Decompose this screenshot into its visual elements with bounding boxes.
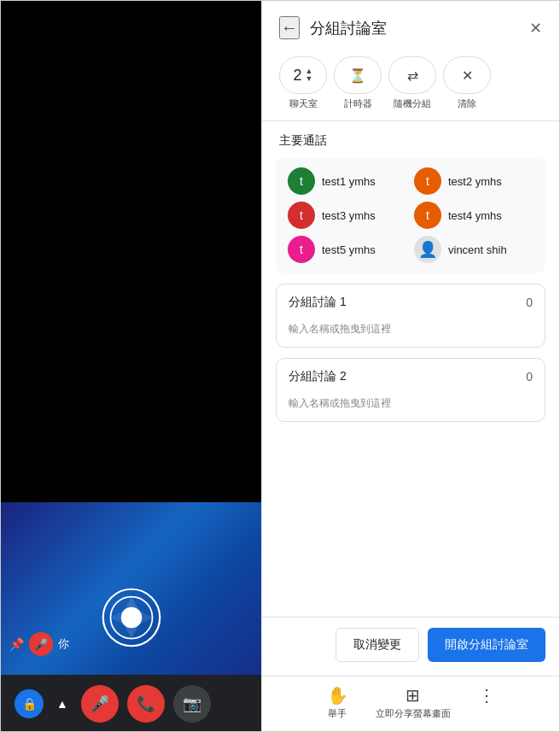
video-top-area — [1, 1, 261, 378]
main-session-box: ttest1 ymhsttest2 ymhsttest3 ymhsttest4 … — [276, 157, 545, 273]
participant-name: test1 ymhs — [322, 175, 376, 188]
room-header: 分組討論 2 0 — [277, 359, 545, 391]
rooms-count-control[interactable]: 2 ▲ ▼ 聊天室 — [279, 56, 327, 110]
participant-chip: ttest3 ymhs — [288, 202, 407, 229]
participant-name: test4 ymhs — [448, 209, 502, 222]
timer-icon: ⏳ — [349, 67, 366, 84]
nav-icon: ⊞ — [405, 685, 420, 706]
participant-name: test5 ymhs — [322, 243, 376, 256]
room-header: 分組討論 1 0 — [277, 284, 545, 317]
camera-button[interactable]: 📷 — [173, 685, 211, 723]
room-count: 0 — [526, 370, 533, 384]
timer-icon-wrap[interactable]: ⏳ — [334, 56, 382, 94]
mic-off-small-icon: 🎤 — [29, 632, 53, 656]
room-drop-area[interactable]: 輸入名稱或拖曳到這裡 — [277, 317, 545, 347]
number-arrows[interactable]: ▲ ▼ — [306, 67, 313, 83]
clear-label: 清除 — [458, 97, 476, 110]
obs-logo-icon — [102, 588, 161, 647]
avatar: t — [288, 167, 315, 195]
clear-icon: ✕ — [462, 67, 473, 84]
self-view: 📌 🎤 你 — [9, 632, 69, 656]
rooms-label: 聊天室 — [289, 97, 318, 110]
pin-icon: 📌 — [9, 637, 24, 651]
close-button[interactable]: ✕ — [529, 19, 542, 38]
panel-header: ← 分組討論室 ✕ — [262, 1, 559, 50]
nav-label: 立即分享螢幕畫面 — [376, 707, 451, 720]
shuffle-label: 隨機分組 — [394, 97, 431, 110]
timer-control[interactable]: ⏳ 計時器 — [334, 56, 382, 110]
participant-name: vincent shih — [448, 243, 507, 256]
avatar: t — [288, 202, 315, 229]
room-number: 2 — [294, 67, 302, 85]
nav-icon: ✋ — [327, 685, 348, 706]
participants-grid: ttest1 ymhsttest2 ymhsttest3 ymhsttest4 … — [288, 167, 534, 263]
room-count: 0 — [526, 296, 533, 309]
open-breakout-button[interactable]: 開啟分組討論室 — [428, 628, 545, 662]
breakout-room: 分組討論 1 0 輸入名稱或拖曳到這裡 — [276, 284, 545, 348]
room-name: 分組討論 2 — [289, 369, 347, 384]
breakout-panel: ← 分組討論室 ✕ 2 ▲ ▼ 聊天室 ⏳ 計時器 ⇄ 隨機分組 — [261, 1, 559, 732]
end-call-button[interactable]: 📞 — [127, 685, 165, 723]
mute-button[interactable]: 🎤 — [81, 685, 119, 723]
avatar: t — [414, 167, 441, 195]
participant-chip: ttest2 ymhs — [414, 167, 534, 195]
panel-footer: 取消變更 開啟分組討論室 — [262, 617, 559, 676]
room-drop-hint: 輸入名稱或拖曳到這裡 — [289, 323, 391, 335]
avatar: t — [288, 236, 315, 263]
back-button[interactable]: ← — [279, 16, 300, 39]
nav-item[interactable]: ⊞ 立即分享螢幕畫面 — [376, 685, 451, 721]
avatar: 👤 — [414, 236, 441, 263]
participant-chip: ttest4 ymhs — [414, 202, 534, 229]
clear-control[interactable]: ✕ 清除 — [443, 56, 491, 110]
room-drop-hint: 輸入名稱或拖曳到這裡 — [289, 397, 391, 409]
room-name: 分組討論 1 — [289, 295, 347, 310]
participant-chip: 👤vincent shih — [414, 236, 534, 263]
bottom-controls: 🔒 ▲ 🎤 📞 📷 — [1, 675, 261, 732]
room-count-input[interactable]: 2 ▲ ▼ — [279, 56, 327, 94]
avatar: t — [414, 202, 441, 229]
shuffle-control[interactable]: ⇄ 隨機分組 — [388, 56, 436, 110]
more-button[interactable]: ⋮ — [478, 685, 495, 721]
panel-title: 分組討論室 — [310, 18, 519, 38]
chevron-up-button[interactable]: ▲ — [52, 694, 73, 714]
lock-button[interactable]: 🔒 — [15, 689, 44, 718]
self-label: 你 — [58, 636, 69, 652]
video-panel: 📷 📌 🎤 你 🔒 ▲ 🎤 📞 📷 — [1, 1, 261, 732]
breakout-rooms-container: 分組討論 1 0 輸入名稱或拖曳到這裡 分組討論 2 0 輸入名稱或拖曳到這裡 — [262, 284, 559, 432]
cancel-button[interactable]: 取消變更 — [335, 628, 419, 662]
main-session-title: 主要通話 — [262, 121, 559, 157]
arrow-down[interactable]: ▼ — [306, 75, 313, 83]
timer-label: 計時器 — [344, 97, 372, 110]
toolbar: 2 ▲ ▼ 聊天室 ⏳ 計時器 ⇄ 隨機分組 ✕ 清除 — [262, 50, 559, 121]
nav-label: 舉手 — [328, 707, 347, 720]
nav-item[interactable]: ✋ 舉手 — [327, 685, 348, 721]
shuffle-icon: ⇄ — [407, 67, 418, 84]
participant-name: test3 ymhs — [322, 209, 376, 222]
room-drop-area[interactable]: 輸入名稱或拖曳到這裡 — [277, 391, 545, 421]
shuffle-icon-wrap[interactable]: ⇄ — [388, 56, 436, 94]
clear-icon-wrap[interactable]: ✕ — [443, 56, 491, 94]
bottom-nav: ✋ 舉手 ⊞ 立即分享螢幕畫面 ⋮ — [262, 676, 559, 732]
breakout-room: 分組討論 2 0 輸入名稱或拖曳到這裡 — [276, 358, 545, 422]
participant-chip: ttest1 ymhs — [288, 167, 407, 195]
participant-name: test2 ymhs — [448, 175, 502, 188]
participant-chip: ttest5 ymhs — [288, 236, 407, 263]
